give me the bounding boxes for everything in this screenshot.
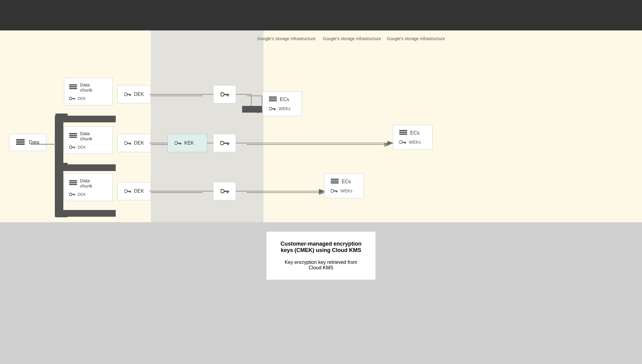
storage-box-bottom: ECs WEKs — [324, 173, 364, 198]
key-icon-dek-box-1 — [124, 92, 131, 96]
svg-rect-39 — [127, 143, 131, 144]
svg-rect-36 — [72, 147, 75, 148]
svg-rect-65 — [272, 108, 276, 109]
data-chunk-label-2: Datachunk — [80, 131, 92, 141]
svg-rect-55 — [127, 191, 131, 192]
key-icon-dek-3 — [69, 192, 75, 196]
svg-rect-72 — [404, 143, 406, 144]
svg-point-64 — [269, 107, 272, 110]
infra-label-1: Google's storage infrastructure — [257, 36, 316, 41]
info-box: Customer-managed encryption keys (CMEK) … — [266, 231, 376, 280]
weks-key-icon-bottom — [331, 189, 337, 193]
svg-rect-78 — [336, 191, 337, 192]
dek-box-label-3: DEK — [134, 188, 144, 194]
kek-label: KEK — [184, 140, 194, 146]
weks-label-top: WEKs — [279, 106, 291, 111]
dek-box-3: DEK — [117, 182, 151, 200]
svg-rect-69 — [399, 134, 407, 135]
svg-rect-46 — [227, 144, 229, 145]
enc-key-3 — [213, 182, 236, 200]
svg-rect-67 — [399, 130, 407, 131]
ecs-label-bottom: ECs — [342, 179, 351, 184]
storage-box-top: ECs WEKs — [263, 91, 302, 116]
infra-label-2: Google's storage infrastructure — [323, 36, 381, 41]
main-content: Google's storage infrastructure Google's… — [0, 30, 642, 222]
svg-rect-15 — [16, 139, 25, 141]
svg-point-41 — [175, 142, 178, 145]
enc-key-icon-2 — [220, 140, 229, 146]
svg-rect-68 — [399, 132, 407, 133]
svg-rect-50 — [69, 184, 77, 185]
key-icon-dek-2 — [69, 145, 75, 149]
weks-label-bottom: WEKs — [340, 188, 352, 193]
svg-rect-19 — [69, 86, 77, 87]
svg-rect-82 — [55, 163, 68, 170]
svg-rect-26 — [129, 95, 131, 96]
server-icon-bottom — [331, 179, 339, 185]
svg-rect-23 — [74, 99, 75, 100]
weks-key-icon-top — [269, 107, 276, 111]
data-chunk-label-1: Datachunk — [80, 82, 92, 93]
svg-point-76 — [331, 189, 334, 192]
svg-rect-0 — [55, 116, 63, 210]
server-icon-1 — [69, 84, 77, 90]
svg-rect-29 — [227, 95, 228, 96]
server-icon-2 — [69, 133, 77, 139]
dek-label-2: DEK — [78, 145, 86, 149]
svg-rect-18 — [69, 84, 77, 86]
svg-rect-59 — [227, 192, 228, 193]
data-box: Data — [9, 134, 46, 151]
bottom-bar: Customer-managed encryption keys (CMEK) … — [0, 222, 642, 364]
enc-key-icon-3 — [220, 188, 229, 194]
svg-rect-34 — [69, 137, 77, 138]
ecs-label-right: ECs — [410, 130, 419, 136]
server-icon-top — [269, 96, 277, 103]
info-box-description: Key encryption key retrieved from Cloud … — [279, 260, 363, 271]
svg-rect-61 — [269, 96, 277, 98]
data-label: Data — [29, 140, 39, 145]
info-box-title: Customer-managed encryption keys (CMEK) … — [279, 241, 363, 254]
svg-rect-2 — [55, 164, 116, 171]
data-chunk-box-2: Datachunk DEK — [64, 126, 113, 154]
svg-rect-16 — [16, 141, 25, 143]
svg-point-54 — [124, 190, 127, 193]
svg-rect-43 — [180, 144, 181, 145]
svg-rect-83 — [55, 211, 68, 217]
enc-key-icon-1 — [220, 92, 229, 97]
gray-section — [151, 30, 263, 222]
data-chunk-box-1: Datachunk DEK — [64, 78, 113, 105]
svg-rect-28 — [224, 94, 229, 95]
svg-rect-80 — [55, 114, 63, 209]
svg-point-24 — [124, 93, 127, 96]
server-icon — [16, 139, 25, 146]
svg-rect-1 — [55, 116, 116, 122]
enc-key-2 — [213, 134, 236, 152]
key-icon-dek-1 — [69, 96, 75, 100]
svg-rect-62 — [269, 98, 277, 100]
svg-rect-22 — [72, 98, 75, 99]
dek-label-3: DEK — [78, 192, 86, 197]
server-icon-3 — [69, 180, 77, 186]
svg-point-70 — [399, 141, 402, 144]
svg-rect-71 — [402, 142, 406, 143]
svg-rect-45 — [224, 143, 229, 144]
data-chunk-box-3: Datachunk DEK — [64, 173, 113, 201]
svg-rect-73 — [331, 179, 339, 180]
storage-box-right: ECs WEKs — [393, 125, 432, 150]
svg-rect-25 — [127, 94, 131, 95]
svg-rect-49 — [69, 182, 77, 183]
svg-rect-37 — [74, 148, 75, 149]
weks-key-icon-right — [399, 140, 406, 144]
key-icon-dek-box-3 — [124, 189, 131, 193]
svg-rect-63 — [269, 100, 277, 101]
server-icon-right — [399, 130, 407, 136]
svg-point-38 — [124, 142, 127, 145]
weks-label-right: WEKs — [409, 140, 421, 145]
svg-rect-74 — [331, 180, 339, 182]
svg-rect-77 — [333, 191, 337, 191]
svg-rect-58 — [224, 191, 229, 192]
svg-rect-40 — [129, 144, 131, 145]
data-chunk-label-3: Datachunk — [80, 178, 92, 188]
dek-box-2: DEK — [117, 134, 151, 152]
ecs-label-top: ECs — [280, 97, 289, 102]
